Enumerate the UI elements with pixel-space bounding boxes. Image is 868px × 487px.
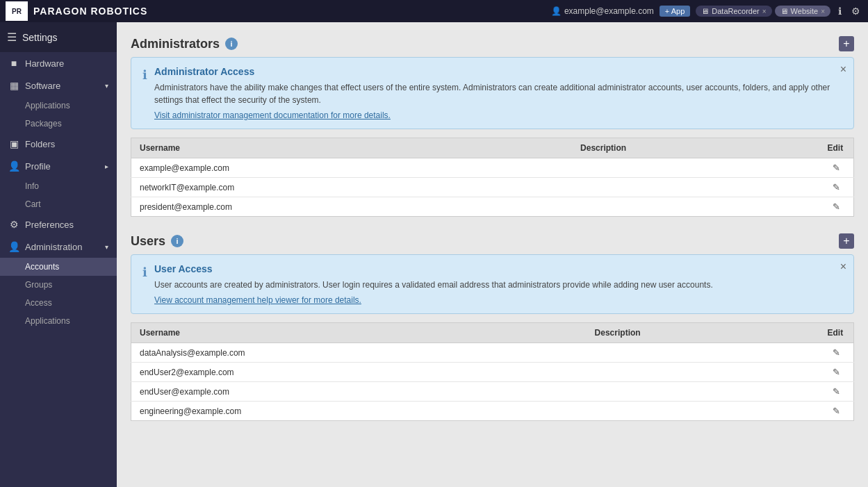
add-user-button[interactable]: + xyxy=(839,233,854,249)
tab-label: Website xyxy=(791,7,819,15)
edit-icon[interactable]: ✎ xyxy=(833,163,840,173)
users-table-header-row: Username Description Edit xyxy=(131,323,854,343)
user-email: example@example.com xyxy=(564,6,654,16)
table-row: engineering@example.com ✎ xyxy=(131,402,854,421)
table-row: president@example.com ✎ xyxy=(131,197,854,217)
user-description xyxy=(587,343,819,363)
admin-banner-close-button[interactable]: × xyxy=(840,63,846,76)
sidebar-title: Settings xyxy=(22,32,58,43)
banner-title: User Access xyxy=(154,263,842,274)
user-description xyxy=(587,363,819,382)
tab-website[interactable]: 🖥 Website × xyxy=(775,6,830,17)
tab-icon: 🖥 xyxy=(780,7,788,15)
logo-icon: PR xyxy=(6,1,28,21)
sidebar-item-profile[interactable]: 👤 Profile ▸ xyxy=(0,155,117,177)
preferences-icon: ⚙ xyxy=(8,219,19,230)
top-bar: PR Paragon Robotics 👤 example@example.co… xyxy=(0,0,868,22)
sidebar-item-hardware[interactable]: ■ Hardware xyxy=(0,52,117,74)
banner-link[interactable]: View account management help viewer for … xyxy=(154,295,842,305)
tab-close-icon[interactable]: × xyxy=(762,8,767,15)
software-icon: ▦ xyxy=(8,80,19,91)
main-content: Administrators i + ℹ Administrator Acces… xyxy=(117,22,868,487)
users-col-username: Username xyxy=(131,323,587,343)
sidebar-subitem-info[interactable]: Info xyxy=(0,177,117,195)
sidebar-subitem-accounts[interactable]: Accounts xyxy=(0,258,117,276)
sidebar-subitem-access[interactable]: Access xyxy=(0,294,117,312)
subitem-label: Groups xyxy=(25,280,52,290)
admin-description xyxy=(572,158,819,178)
sidebar-subitem-applications[interactable]: Applications xyxy=(0,97,117,115)
admins-section-header: Administrators i + xyxy=(131,36,854,51)
admins-table: Username Description Edit example@exampl… xyxy=(131,138,854,217)
table-row: example@example.com ✎ xyxy=(131,158,854,178)
tab-close-icon[interactable]: × xyxy=(821,8,825,15)
user-username: dataAnalysis@example.com xyxy=(131,343,587,363)
logo-area: PR Paragon Robotics xyxy=(6,1,147,21)
sidebar-subitem-packages[interactable]: Packages xyxy=(0,115,117,133)
table-row: networkIT@example.com ✎ xyxy=(131,178,854,197)
profile-icon: 👤 xyxy=(8,160,19,172)
hamburger-icon[interactable]: ☰ xyxy=(7,31,17,44)
sidebar-item-software[interactable]: ▦ Software ▾ xyxy=(0,74,117,97)
chevron-right-icon: ▸ xyxy=(105,163,108,170)
sidebar-label-folders: Folders xyxy=(25,139,55,149)
sidebar-item-folders[interactable]: ▣ Folders xyxy=(0,133,117,155)
edit-icon[interactable]: ✎ xyxy=(833,347,840,358)
add-admin-button[interactable]: + xyxy=(839,36,854,51)
sidebar-subitem-applications-admin[interactable]: Applications xyxy=(0,312,117,330)
admins-table-header-row: Username Description Edit xyxy=(131,138,854,158)
admins-col-username: Username xyxy=(131,138,573,158)
edit-icon[interactable]: ✎ xyxy=(833,367,840,377)
edit-icon[interactable]: ✎ xyxy=(833,201,840,212)
sidebar-subitem-groups[interactable]: Groups xyxy=(0,276,117,294)
tab-icon: 🖥 xyxy=(701,7,709,15)
admin-info-banner: ℹ Administrator Access Administrators ha… xyxy=(131,57,854,129)
banner-content: Administrator Access Administrators have… xyxy=(154,66,842,120)
admin-username: president@example.com xyxy=(131,197,573,217)
edit-icon[interactable]: ✎ xyxy=(833,406,840,416)
banner-text: User accounts are created by administrat… xyxy=(154,279,842,291)
tab-datarecorder[interactable]: 🖥 DataRecorder × xyxy=(696,6,771,17)
user-edit-cell: ✎ xyxy=(819,382,854,402)
admins-info-icon[interactable]: i xyxy=(225,38,238,50)
sidebar-label-hardware: Hardware xyxy=(25,58,64,69)
table-row: endUser@example.com ✎ xyxy=(131,382,854,402)
edit-icon[interactable]: ✎ xyxy=(833,182,840,192)
table-row: dataAnalysis@example.com ✎ xyxy=(131,343,854,363)
admins-col-edit: Edit xyxy=(819,138,854,158)
admin-edit-cell: ✎ xyxy=(819,158,854,178)
edit-icon[interactable]: ✎ xyxy=(833,386,840,397)
sidebar-subitem-cart[interactable]: Cart xyxy=(0,195,117,213)
settings-button[interactable]: ⚙ xyxy=(849,6,862,17)
banner-link[interactable]: Visit administrator management documenta… xyxy=(154,110,842,120)
users-info-icon[interactable]: i xyxy=(171,235,183,247)
chevron-down-icon: ▾ xyxy=(105,243,108,251)
administration-icon: 👤 xyxy=(8,241,19,252)
sidebar-label-administration: Administration xyxy=(25,242,82,252)
admin-description xyxy=(572,197,819,217)
subitem-label: Cart xyxy=(25,199,41,209)
add-app-button[interactable]: + App xyxy=(660,6,690,17)
chevron-down-icon: ▾ xyxy=(105,82,108,90)
subitem-label: Accounts xyxy=(25,262,59,272)
user-username: endUser2@example.com xyxy=(131,363,587,382)
sidebar: ☰ Settings ■ Hardware ▦ Software ▾ Appli… xyxy=(0,22,117,487)
user-username: endUser@example.com xyxy=(131,382,587,402)
users-col-edit: Edit xyxy=(819,323,854,343)
users-title-text: Users xyxy=(131,234,165,249)
users-banner-close-button[interactable]: × xyxy=(840,261,846,273)
user-edit-cell: ✎ xyxy=(819,343,854,363)
admin-description xyxy=(572,178,819,197)
help-button[interactable]: ℹ xyxy=(836,6,844,17)
sidebar-item-administration[interactable]: 👤 Administration ▾ xyxy=(0,236,117,258)
banner-content: User Access User accounts are created by… xyxy=(154,263,842,305)
admins-col-description: Description xyxy=(572,138,819,158)
user-icon: 👤 xyxy=(551,6,562,16)
banner-info-icon: ℹ xyxy=(142,67,147,120)
user-description xyxy=(587,382,819,402)
user-username: engineering@example.com xyxy=(131,402,587,421)
main-layout: ☰ Settings ■ Hardware ▦ Software ▾ Appli… xyxy=(0,22,868,487)
users-table: Username Description Edit dataAnalysis@e… xyxy=(131,322,854,421)
subitem-label: Access xyxy=(25,298,52,308)
sidebar-item-preferences[interactable]: ⚙ Preferences xyxy=(0,213,117,236)
